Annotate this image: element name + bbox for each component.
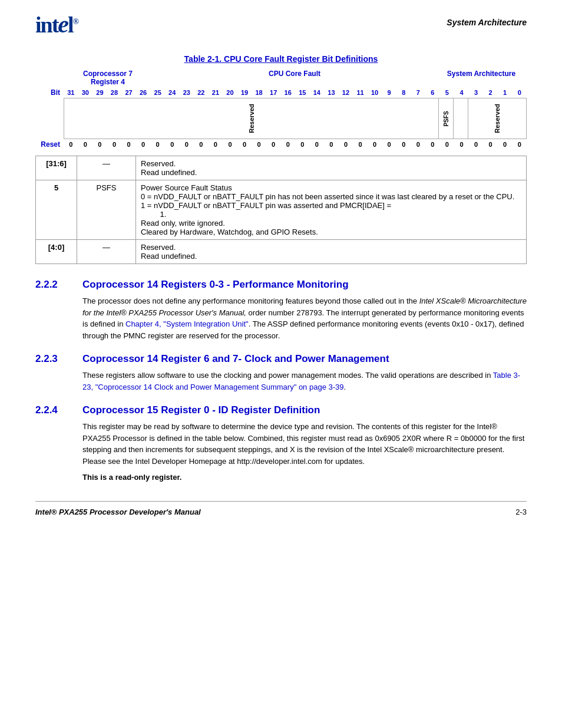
table-row: [31:6] — Reserved.Read undefined.	[36, 156, 527, 180]
col-header-coprocessor: Coprocessor 7Register 4	[64, 70, 152, 86]
bits-cell: [31:6]	[36, 156, 77, 180]
page-footer: Intel® PXA255 Processor Developer's Manu…	[35, 501, 527, 516]
intel-logo: intel®	[35, 12, 78, 37]
name-cell: —	[77, 240, 136, 264]
bit-label: Bit	[35, 88, 64, 97]
footer-title: Intel® PXA255 Processor Developer's Manu…	[35, 508, 201, 516]
section-224-number: 2.2.4	[35, 404, 82, 416]
footer-page: 2-3	[515, 508, 527, 516]
bits-cell: [4:0]	[36, 240, 77, 264]
table323-link[interactable]: Table 3-23, "Coprocessor 14 Clock and Po…	[82, 371, 520, 391]
table-row: [4:0] — Reserved.Read undefined.	[36, 240, 527, 264]
section-222-number: 2.2.2	[35, 279, 82, 291]
chapter4-link[interactable]: Chapter 4, "System Integration Unit"	[125, 319, 249, 328]
name-cell: —	[77, 156, 136, 180]
bits-cell: 5	[36, 180, 77, 240]
register-description-table: [31:6] — Reserved.Read undefined. 5 PSFS…	[35, 156, 527, 264]
section-224-body: This register may be read by software to…	[82, 421, 527, 483]
desc-cell: Reserved.Read undefined.	[136, 240, 527, 264]
chapter-title: System Architecture	[447, 12, 527, 27]
section-222-title: Coprocessor 14 Registers 0-3 - Performan…	[82, 279, 349, 291]
table-row: 5 PSFS Power Source Fault Status 0 = nVD…	[36, 180, 527, 240]
col-header-cpu: CPU Core Fault	[152, 70, 437, 86]
desc-cell: Reserved.Read undefined.	[136, 156, 527, 180]
bit-numbers-row: 31 30 29 28 27 26 25 24 23 22 21 20 19 1…	[64, 89, 527, 96]
col-header-sysarch: System Architecture	[437, 70, 525, 86]
register-fields-row: Reserved PSFS Reserved	[64, 98, 527, 139]
page-header: intel® System Architecture	[35, 12, 527, 37]
reset-values-row: 0 0 0 0 0 0 0 0 0 0 0 0 0 0 0 0 0 0 0 0 …	[64, 141, 527, 148]
section-224-title: Coprocessor 15 Register 0 - ID Register …	[82, 404, 320, 416]
name-cell: PSFS	[77, 180, 136, 240]
readonly-notice: This is a read-only register.	[82, 473, 181, 482]
reset-label: Reset	[35, 140, 64, 149]
desc-cell: Power Source Fault Status 0 = nVDD_FAULT…	[136, 180, 527, 240]
section-222-body: The processor does not define any perfor…	[82, 295, 527, 341]
section-223-body: These registers allow software to use th…	[82, 370, 527, 393]
table-title: Table 2-1. CPU Core Fault Register Bit D…	[35, 54, 527, 64]
section-223-number: 2.2.3	[35, 353, 82, 365]
section-223-title: Coprocessor 14 Register 6 and 7- Clock a…	[82, 353, 389, 365]
